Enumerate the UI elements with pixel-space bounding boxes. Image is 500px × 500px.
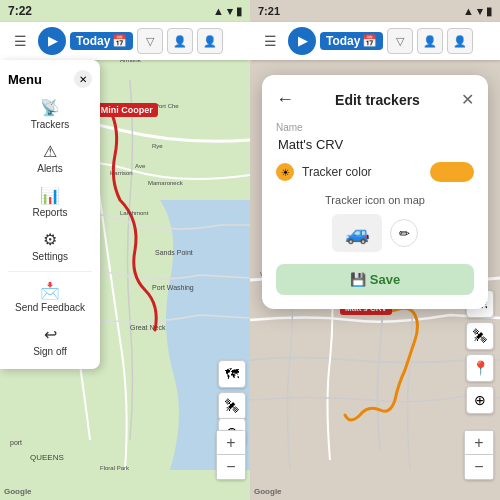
filter-button[interactable]: ▽	[137, 28, 163, 54]
svg-text:Harrison: Harrison	[110, 170, 133, 176]
right-location-button[interactable]: ⊕	[466, 386, 494, 414]
svg-text:port: port	[10, 439, 22, 447]
right-filter-button[interactable]: ▽	[387, 28, 413, 54]
alerts-icon: ⚠	[43, 142, 57, 161]
save-button[interactable]: 💾 Save	[276, 264, 474, 295]
menu-header: Menu ✕	[0, 66, 100, 92]
sidebar-item-feedback[interactable]: 📩 Send Feedback	[4, 275, 96, 319]
today-label: Today	[76, 34, 110, 48]
name-field-label: Name	[276, 122, 474, 133]
right-wifi-icon: ▾	[477, 5, 483, 18]
svg-text:QUEENS: QUEENS	[30, 453, 64, 462]
left-time: 7:22	[8, 4, 32, 18]
right-satellite-button[interactable]: 🛰	[466, 322, 494, 350]
side-menu: Menu ✕ 📡 Trackers ⚠ Alerts 📊 Reports ⚙ S…	[0, 60, 100, 369]
svg-text:Mamaroneck: Mamaroneck	[148, 180, 184, 186]
right-menu-button[interactable]: ☰	[256, 27, 284, 55]
zoom-in-button[interactable]: +	[217, 431, 245, 455]
reports-icon: 📊	[40, 186, 60, 205]
edit-icon-button[interactable]: ✏	[390, 219, 418, 247]
left-panel: Nyack ington Hudson Bronxville Valhalla …	[0, 0, 250, 500]
right-panel: Valley St Tuscani Rd 7:21 ▲ ▾ ▮ ☰ ▶ Toda…	[250, 0, 500, 500]
right-status-bar: 7:21 ▲ ▾ ▮	[250, 0, 500, 22]
zoom-out-button[interactable]: −	[217, 455, 245, 479]
modal-header: ← Edit trackers ✕	[276, 89, 474, 110]
save-label: Save	[370, 272, 400, 287]
sidebar-item-settings[interactable]: ⚙ Settings	[4, 224, 96, 268]
sidebar-item-alerts[interactable]: ⚠ Alerts	[4, 136, 96, 180]
today-button[interactable]: Today 📅	[70, 32, 133, 50]
name-field-value: Matt's CRV	[276, 137, 474, 152]
avatar1-button[interactable]: 👤	[167, 28, 193, 54]
right-signal-icon: ▲	[463, 5, 474, 17]
right-google-logo: Google	[254, 487, 282, 496]
svg-text:Port Che: Port Che	[155, 103, 179, 109]
modal-back-button[interactable]: ←	[276, 89, 294, 110]
menu-divider	[8, 271, 92, 272]
right-zoom-in-button[interactable]: +	[465, 431, 493, 455]
menu-close-button[interactable]: ✕	[74, 70, 92, 88]
right-calendar-icon: 📅	[362, 34, 377, 48]
menu-title: Menu	[8, 72, 42, 87]
right-battery-icon: ▮	[486, 5, 492, 18]
trackers-label: Trackers	[31, 119, 70, 130]
right-status-icons: ▲ ▾ ▮	[463, 5, 492, 18]
svg-text:Ave: Ave	[135, 163, 146, 169]
color-label: Tracker color	[302, 165, 422, 179]
right-today-label: Today	[326, 34, 360, 48]
svg-text:Larchmont: Larchmont	[120, 210, 149, 216]
sidebar-item-trackers[interactable]: 📡 Trackers	[4, 92, 96, 136]
left-toolbar: ☰ ▶ Today 📅 ▽ 👤 👤	[0, 22, 250, 60]
right-app-logo: ▶	[288, 27, 316, 55]
feedback-label: Send Feedback	[15, 302, 85, 313]
right-gps-button[interactable]: 📍	[466, 354, 494, 382]
svg-text:Port Washing: Port Washing	[152, 284, 194, 292]
zoom-controls: + −	[216, 430, 246, 480]
settings-label: Settings	[32, 251, 68, 262]
feedback-icon: 📩	[40, 281, 60, 300]
sidebar-item-signoff[interactable]: ↩ Sign off	[4, 319, 96, 363]
calendar-icon: 📅	[112, 34, 127, 48]
signal-icon: ▲	[213, 5, 224, 17]
trackers-icon: 📡	[40, 98, 60, 117]
sidebar-item-reports[interactable]: 📊 Reports	[4, 180, 96, 224]
right-zoom-controls: + −	[464, 430, 494, 480]
save-icon: 💾	[350, 272, 366, 287]
left-status-icons: ▲ ▾ ▮	[213, 5, 242, 18]
right-today-button[interactable]: Today 📅	[320, 32, 383, 50]
color-row: ☀ Tracker color	[276, 162, 474, 182]
modal-close-button[interactable]: ✕	[461, 90, 474, 109]
svg-text:Sands Point: Sands Point	[155, 249, 193, 256]
right-avatar2-button[interactable]: 👤	[447, 28, 473, 54]
menu-button[interactable]: ☰	[6, 27, 34, 55]
wifi-icon: ▾	[227, 5, 233, 18]
car-icon: 🚙	[345, 221, 370, 245]
avatar2-button[interactable]: 👤	[197, 28, 223, 54]
layers-button[interactable]: 🗺	[218, 360, 246, 388]
signoff-label: Sign off	[33, 346, 67, 357]
color-swatch[interactable]	[430, 162, 474, 182]
right-time: 7:21	[258, 5, 280, 17]
right-avatar1-button[interactable]: 👤	[417, 28, 443, 54]
google-logo: Google	[4, 487, 32, 496]
modal-title: Edit trackers	[335, 92, 420, 108]
satellite-button[interactable]: 🛰	[218, 392, 246, 420]
alerts-label: Alerts	[37, 163, 63, 174]
app-logo: ▶	[38, 27, 66, 55]
right-toolbar: ☰ ▶ Today 📅 ▽ 👤 👤	[250, 22, 500, 60]
icon-row: 🚙 ✏	[276, 214, 474, 252]
svg-text:Great Neck: Great Neck	[130, 324, 166, 331]
reports-label: Reports	[32, 207, 67, 218]
edit-trackers-modal: ← Edit trackers ✕ Name Matt's CRV ☀ Trac…	[262, 75, 488, 309]
tracker-icon-box: 🚙	[332, 214, 382, 252]
left-status-bar: 7:22 ▲ ▾ ▮	[0, 0, 250, 22]
battery-icon: ▮	[236, 5, 242, 18]
icon-section-label: Tracker icon on map	[276, 194, 474, 206]
left-map-controls: 🗺 🛰	[218, 360, 246, 420]
svg-text:Rye: Rye	[152, 143, 163, 149]
right-zoom-out-button[interactable]: −	[465, 455, 493, 479]
settings-icon: ⚙	[43, 230, 57, 249]
color-sun-icon: ☀	[276, 163, 294, 181]
svg-text:Floral Park: Floral Park	[100, 465, 130, 471]
signoff-icon: ↩	[44, 325, 57, 344]
